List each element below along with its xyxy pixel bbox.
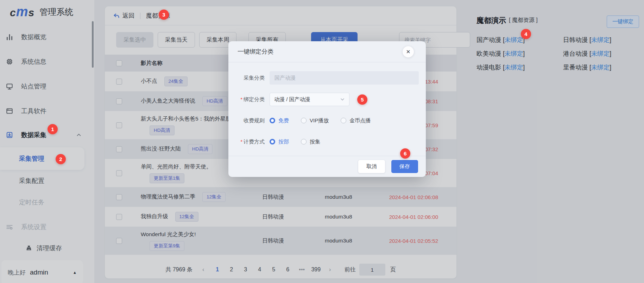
required-star: * — [240, 139, 242, 144]
radio-coin[interactable]: 金币点播 — [341, 117, 371, 124]
collect-category-field: 采集分类 国产动漫 — [228, 71, 426, 85]
required-star: * — [240, 96, 242, 102]
radio-icon — [301, 118, 307, 123]
dialog-header: 一键绑定分类 — [228, 41, 426, 62]
radio-per-episode[interactable]: 按集 — [301, 139, 320, 145]
radio-icon — [341, 118, 346, 123]
radio-per-series[interactable]: 按部 — [270, 139, 289, 145]
close-icon[interactable]: ✕ — [403, 46, 414, 57]
bind-category-field: *绑定分类 动漫 / 国产动漫 — [228, 93, 426, 106]
field-label: *计费方式 — [228, 139, 270, 145]
step-badge-4: 4 — [521, 29, 531, 39]
collect-category-input: 国产动漫 — [270, 71, 419, 85]
chevron-down-icon — [340, 97, 345, 102]
bind-category-dialog: 一键绑定分类 ✕ 采集分类 国产动漫 *绑定分类 动漫 / 国产动漫 收费规则 … — [228, 41, 426, 177]
dialog-title: 一键绑定分类 — [238, 48, 273, 56]
step-badge-6: 6 — [400, 148, 410, 159]
save-button[interactable]: 保存 — [391, 160, 418, 173]
app-window: cms 管理系统 数据概览 系统信息 站点管理 工具软件 数据采集 采集管理 采… — [0, 0, 644, 283]
cancel-button[interactable]: 取消 — [358, 160, 385, 173]
step-badge-1: 1 — [48, 124, 58, 134]
field-label: 采集分类 — [228, 75, 270, 81]
radio-icon — [270, 139, 275, 144]
step-badge-5: 5 — [357, 94, 367, 105]
step-badge-3: 3 — [159, 10, 169, 20]
billing-mode-field: *计费方式 按部 按集 — [228, 135, 426, 148]
field-label: 收费规则 — [228, 117, 270, 124]
field-label: *绑定分类 — [228, 96, 270, 103]
radio-free[interactable]: 免费 — [270, 117, 289, 124]
fee-rule-field: 收费规则 免费 VIP播放 金币点播 — [228, 114, 426, 127]
radio-icon — [270, 118, 275, 123]
bind-category-select[interactable]: 动漫 / 国产动漫 — [270, 93, 349, 106]
dialog-footer: 取消 保存 — [228, 156, 426, 177]
step-badge-2: 2 — [56, 154, 66, 164]
radio-icon — [301, 139, 307, 144]
radio-vip[interactable]: VIP播放 — [301, 117, 329, 124]
